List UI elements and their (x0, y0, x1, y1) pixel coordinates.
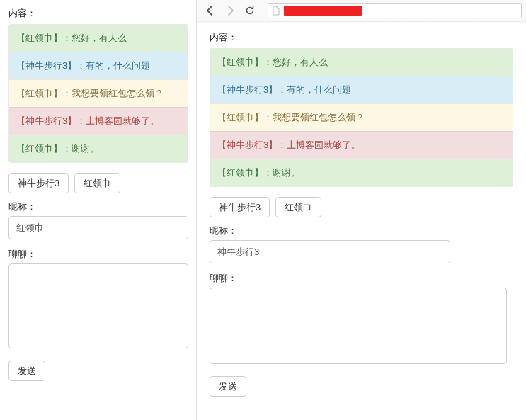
message-row: 神牛步行3上博客园就够了。 (9, 107, 188, 135)
message-sender: 神牛步行3 (16, 115, 86, 126)
message-sender: 红领巾 (16, 33, 72, 43)
message-row: 神牛步行3上博客园就够了。 (210, 131, 513, 159)
message-sender: 神牛步行3 (16, 60, 86, 71)
message-row: 红领巾我想要领红包怎么领？ (210, 103, 513, 131)
send-button[interactable]: 发送 (8, 361, 45, 381)
url-bar[interactable] (268, 3, 522, 18)
nickname-label: 昵称 (8, 200, 188, 213)
right-pane: 内容 红领巾您好，有人么神牛步行3有的，什么问题红领巾我想要领红包怎么领？神牛步… (197, 0, 526, 420)
back-icon[interactable] (204, 4, 217, 17)
browser-toolbar (197, 0, 526, 21)
message-row: 红领巾您好，有人么 (9, 25, 188, 52)
reload-icon[interactable] (244, 4, 256, 17)
content-label: 内容 (8, 7, 188, 20)
switch-user-b-button[interactable]: 红领巾 (275, 197, 321, 217)
message-sender: 红领巾 (217, 167, 273, 178)
message-sender: 红领巾 (217, 112, 273, 123)
message-text: 有的，什么问题 (287, 84, 351, 95)
message-sender: 神牛步行3 (217, 84, 287, 95)
message-row: 红领巾谢谢。 (9, 135, 188, 162)
message-sender: 红领巾 (16, 143, 72, 154)
message-text: 上博客园就够了。 (86, 115, 159, 126)
page-icon (271, 6, 281, 16)
nickname-input[interactable] (210, 240, 450, 263)
message-text: 谢谢。 (273, 167, 300, 178)
message-sender: 神牛步行3 (217, 140, 287, 150)
message-text: 有的，什么问题 (86, 60, 150, 71)
message-row: 红领巾您好，有人么 (210, 49, 513, 76)
message-row: 红领巾我想要领红包怎么领？ (9, 79, 188, 107)
nickname-label: 昵称 (210, 225, 513, 237)
chat-label: 聊聊 (8, 248, 188, 261)
url-redacted (284, 6, 362, 16)
switch-user-a-button[interactable]: 神牛步行3 (8, 173, 69, 193)
message-sender: 红领巾 (16, 88, 72, 98)
message-list-right: 红领巾您好，有人么神牛步行3有的，什么问题红领巾我想要领红包怎么领？神牛步行3上… (210, 48, 513, 187)
message-sender: 红领巾 (217, 57, 273, 67)
message-row: 神牛步行3有的，什么问题 (210, 76, 513, 103)
left-pane: 内容 红领巾您好，有人么神牛步行3有的，什么问题红领巾我想要领红包怎么领？神牛步… (0, 0, 197, 420)
chat-textarea[interactable] (210, 288, 507, 364)
message-row: 红领巾谢谢。 (210, 159, 513, 186)
message-text: 谢谢。 (72, 143, 99, 154)
message-list-left: 红领巾您好，有人么神牛步行3有的，什么问题红领巾我想要领红包怎么领？神牛步行3上… (8, 24, 188, 163)
content-label: 内容 (210, 31, 513, 44)
message-text: 您好，有人么 (273, 57, 328, 67)
message-text: 我想要领红包怎么领？ (72, 88, 164, 98)
message-text: 上博客园就够了。 (287, 140, 360, 150)
message-row: 神牛步行3有的，什么问题 (9, 52, 188, 79)
forward-icon[interactable] (224, 4, 236, 17)
chat-label: 聊聊 (210, 272, 513, 285)
send-button[interactable]: 发送 (210, 376, 246, 397)
message-text: 我想要领红包怎么领？ (273, 112, 365, 123)
nickname-input[interactable] (8, 216, 188, 239)
switch-user-a-button[interactable]: 神牛步行3 (210, 197, 270, 217)
switch-user-b-button[interactable]: 红领巾 (74, 173, 120, 193)
chat-textarea[interactable] (8, 263, 188, 348)
message-text: 您好，有人么 (72, 33, 127, 43)
